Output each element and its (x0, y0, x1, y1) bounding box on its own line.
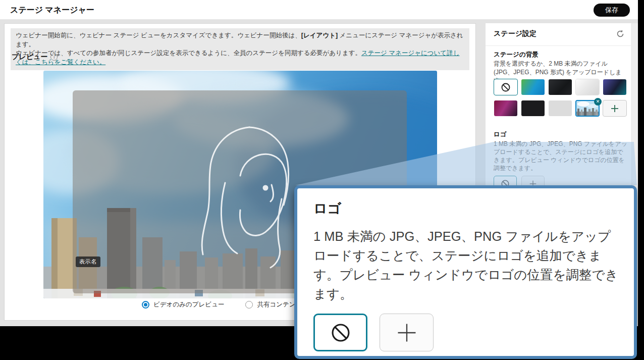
banner-line1: ウェビナー開始前に、ウェビナー ステージ ビューをカスタマイズできます。ウェビナ… (16, 31, 464, 49)
popup-logo-none-button[interactable] (313, 314, 367, 351)
refresh-icon[interactable] (616, 29, 625, 38)
background-thumb-light-gray[interactable] (548, 100, 572, 117)
radio-unselected-icon[interactable] (245, 301, 253, 308)
background-thumb-navy-teal[interactable] (603, 79, 627, 95)
popup-logo-heading: ロゴ (313, 199, 619, 218)
background-thumbnail-grid: ✕ (494, 79, 628, 117)
plus-icon (610, 104, 619, 113)
background-heading: ステージの背景 (494, 50, 539, 59)
background-thumb-upload[interactable] (603, 100, 627, 117)
info-icon[interactable]: i (50, 54, 58, 61)
radio-video-only[interactable]: ビデオのみのプレビュー (142, 300, 224, 309)
background-thumb-magenta[interactable] (494, 100, 518, 117)
background-thumb-dark-wave[interactable] (548, 79, 572, 95)
background-thumb-city-selected[interactable]: ✕ (575, 100, 600, 117)
popup-logo-description: 1 MB 未満の JPG、JPEG、PNG ファイルをアップロードすることで、ス… (313, 227, 622, 303)
radio-selected-icon[interactable] (142, 301, 149, 308)
background-thumb-teal-green[interactable] (521, 79, 545, 95)
sidebar-title: ステージ設定 (494, 29, 536, 38)
display-name-badge: 表示名 (76, 256, 100, 267)
background-thumb-black[interactable] (521, 100, 545, 117)
plus-icon (396, 322, 417, 343)
logo-heading: ロゴ (494, 130, 507, 139)
no-logo-icon (330, 322, 351, 343)
sidebar-divider (486, 45, 631, 46)
popup-logo-upload-button[interactable] (380, 314, 434, 351)
no-background-icon (501, 82, 511, 92)
background-thumb-light-silver[interactable] (575, 79, 600, 95)
top-bar: ステージ マネージャー 保存 (0, 0, 638, 20)
preview-heading: プレビュー i (12, 53, 58, 62)
logo-description: 1 MB 未満の JPG、JPEG、PNG ファイルをアップロードすることで、ス… (494, 140, 629, 172)
logo-zoom-popup: ロゴ 1 MB 未満の JPG、JPEG、PNG ファイルをアップロードすること… (294, 185, 637, 359)
avatar-placeholder-face-icon (190, 120, 306, 277)
background-thumb-none[interactable] (494, 79, 518, 95)
info-banner: ウェビナー開始前に、ウェビナー ステージ ビューをカスタマイズできます。ウェビナ… (11, 28, 469, 70)
save-button[interactable]: 保存 (594, 4, 630, 17)
popup-logo-buttons (313, 314, 619, 351)
remove-background-icon[interactable]: ✕ (594, 98, 602, 106)
page-title: ステージ マネージャー (10, 0, 94, 20)
banner-line2: ウェビナーでは、すべての参加者が同じステージ設定を表示できるように、全員のステー… (16, 49, 464, 67)
